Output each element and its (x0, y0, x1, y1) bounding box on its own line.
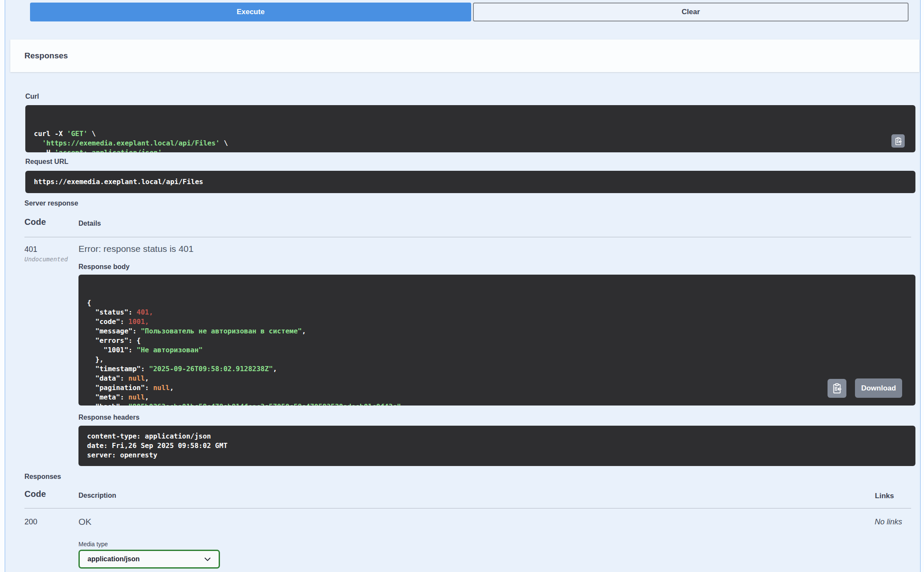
error-status-text: Error: response status is 401 (78, 244, 193, 254)
request-url-value: https://exemedia.exeplant.local/api/File… (25, 171, 915, 193)
server-response-code-header: Code (24, 217, 46, 227)
download-button[interactable]: Download (855, 378, 902, 398)
curl-label: Curl (25, 93, 39, 100)
copy-response-button[interactable] (828, 379, 846, 398)
responses-description-header: Description (78, 492, 116, 499)
response-headers-label: Response headers (78, 414, 139, 421)
response-200-description: OK (78, 517, 91, 527)
responses-table-divider (24, 508, 911, 508)
curl-command-block: curl -X 'GET' \ 'https://exemedia.exepla… (25, 105, 915, 152)
request-url-label: Request URL (25, 158, 68, 166)
responses-section-title: Responses (24, 51, 68, 61)
response-body-label: Response body (78, 263, 129, 271)
media-type-select[interactable]: application/json (78, 550, 220, 569)
clear-button[interactable]: Clear (473, 3, 909, 21)
server-response-label: Server response (24, 200, 78, 207)
clipboard-copy-icon (894, 137, 903, 145)
response-headers-block: content-type: application/jsondate: Fri,… (78, 426, 915, 466)
server-response-details-header: Details (78, 220, 101, 227)
chevron-down-icon (203, 555, 212, 563)
responses-table-label: Responses (24, 473, 61, 481)
undocumented-badge: Undocumented (24, 256, 68, 263)
response-200-code: 200 (24, 518, 37, 527)
clipboard-copy-icon (831, 383, 843, 394)
media-type-selected-value: application/json (87, 555, 140, 563)
responses-section-header: Responses (10, 39, 919, 72)
swagger-response-panel: Execute Clear Responses Curl curl -X 'GE… (0, 0, 924, 572)
responses-links-header: Links (875, 492, 894, 500)
response-200-links: No links (875, 518, 902, 527)
response-body-block: { "status": 401, "code": 1001, "message"… (78, 275, 915, 406)
server-response-divider (24, 237, 911, 237)
copy-curl-button[interactable] (891, 134, 905, 148)
opblock-get: Execute Clear Responses Curl curl -X 'GE… (5, 0, 921, 572)
execute-button[interactable]: Execute (30, 3, 471, 21)
responses-code-header: Code (24, 489, 46, 499)
server-response-status-code: 401 (24, 245, 37, 254)
media-type-label: Media type (78, 541, 108, 548)
